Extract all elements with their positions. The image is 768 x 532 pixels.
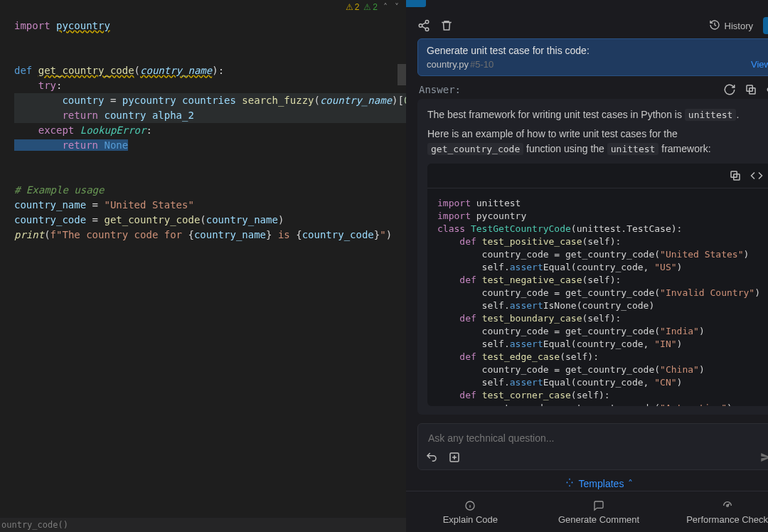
code-editor[interactable]: ⚠ 2 ⚠ 2 ˄ ˅ import pycountrydef get_coun…	[0, 0, 406, 532]
copy-code-icon[interactable]	[729, 169, 742, 182]
next-diagnostic-button[interactable]: ˅	[393, 2, 400, 12]
inline-code-unittest2: unittest	[607, 143, 659, 155]
line-range: #5-10	[470, 59, 494, 70]
attach-code-icon[interactable]	[448, 451, 461, 464]
explain-code-button[interactable]: Explain Code	[406, 491, 535, 532]
new-chat-button[interactable]: +	[763, 17, 768, 34]
inline-code-unittest: unittest	[685, 109, 737, 121]
panel-tabs	[406, 0, 768, 10]
ask-toolbar	[418, 447, 768, 469]
generate-comment-button[interactable]: Generate Comment	[535, 491, 663, 532]
generate-comment-label: Generate Comment	[558, 514, 639, 525]
panel-toolbar: History +	[406, 10, 768, 38]
warning-count-2: 2	[373, 2, 378, 12]
performance-check-button[interactable]: Performance Check	[663, 491, 768, 532]
minimap-scrollbar[interactable]	[398, 64, 406, 85]
insert-code-icon[interactable]	[750, 169, 763, 182]
performance-check-label: Performance Check	[686, 514, 768, 525]
templates-label: Templates	[579, 478, 624, 489]
regenerate-icon[interactable]	[723, 83, 736, 96]
templates-toggle[interactable]: Templates ˄	[406, 476, 768, 491]
prev-diagnostic-button[interactable]: ˄	[382, 2, 389, 12]
templates-icon	[565, 477, 575, 489]
active-tab-indicator[interactable]	[406, 0, 426, 7]
explain-code-label: Explain Code	[443, 514, 498, 525]
history-icon	[709, 19, 720, 33]
warning-triangle-icon: ⚠	[346, 2, 353, 12]
file-reference: country.py #5-10 View	[427, 59, 768, 70]
assistant-panel: History + Generate unit test case for th…	[406, 0, 768, 532]
trash-icon[interactable]	[440, 19, 453, 32]
suggestion-hint: ountry_code()	[0, 518, 406, 532]
warning-count-1: 2	[355, 2, 360, 12]
ask-box	[417, 423, 768, 470]
answer-label-row: Answer:	[419, 83, 768, 96]
prompt-card: Generate unit test case for this code: c…	[417, 38, 768, 76]
view-link[interactable]: View	[751, 59, 768, 70]
history-button[interactable]: History	[709, 19, 753, 33]
file-name: country.py	[427, 59, 469, 70]
warning-indicator-1[interactable]: ⚠ 2	[346, 2, 360, 12]
svg-point-0	[425, 21, 429, 24]
undo-icon[interactable]	[425, 451, 438, 464]
share-icon[interactable]	[417, 19, 430, 32]
answer-paragraph-2: Here is an example of how to write unit …	[427, 127, 768, 156]
code-block: import unittestimport pycountryclass Tes…	[427, 164, 768, 406]
editor-diagnostics-bar: ⚠ 2 ⚠ 2 ˄ ˅	[0, 0, 406, 14]
send-icon[interactable]	[759, 451, 768, 464]
ask-input[interactable]	[418, 424, 768, 447]
svg-point-2	[425, 28, 429, 31]
answer-body: The best framework for writing unit test…	[417, 99, 768, 415]
code-block-toolbar	[427, 164, 768, 188]
copy-answer-icon[interactable]	[745, 83, 757, 96]
warning-indicator-2[interactable]: ⚠ 2	[363, 2, 378, 12]
editor-content[interactable]: import pycountrydef get_country_code(cou…	[0, 14, 406, 243]
prompt-instruction: Generate unit test case for this code:	[427, 45, 768, 56]
chevron-up-icon: ˄	[628, 478, 633, 489]
bottom-actions: Explain Code Generate Comment Performanc…	[406, 491, 768, 532]
gauge-icon	[722, 500, 733, 511]
code-block-content[interactable]: import unittestimport pycountryclass Tes…	[427, 188, 768, 406]
answer-label: Answer:	[419, 84, 461, 95]
info-icon	[464, 500, 476, 511]
history-label: History	[725, 21, 753, 31]
comment-icon	[593, 500, 604, 511]
svg-point-1	[419, 24, 422, 28]
warning-triangle-outline-icon: ⚠	[363, 2, 371, 12]
answer-paragraph-1: The best framework for writing unit test…	[427, 107, 768, 122]
inline-code-fn: get_country_code	[427, 143, 523, 155]
